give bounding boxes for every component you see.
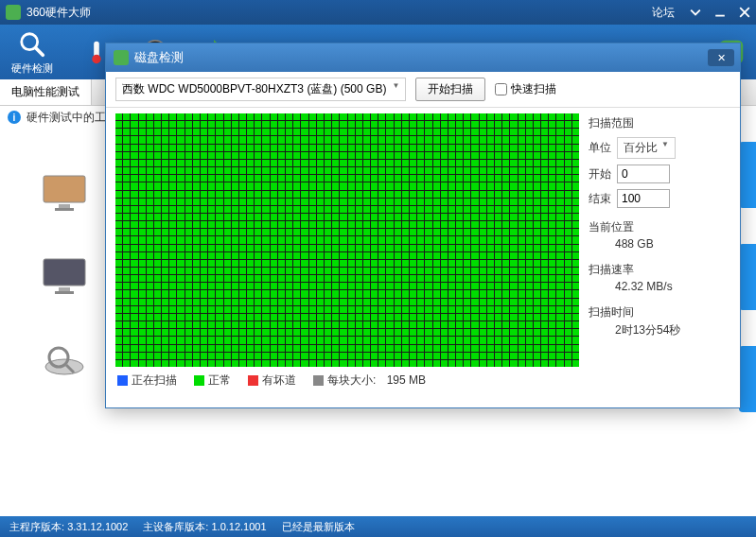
svg-rect-20 — [44, 176, 85, 202]
end-label: 结束 — [589, 191, 611, 207]
start-scan-button[interactable]: 开始扫描 — [415, 78, 485, 101]
dropdown-icon[interactable] — [684, 3, 707, 22]
scan-range-label: 扫描范围 — [589, 115, 730, 131]
main-ver-value: 3.31.12.1002 — [67, 521, 128, 532]
svg-rect-23 — [44, 259, 85, 286]
app-title: 360硬件大师 — [26, 5, 91, 21]
svg-rect-25 — [55, 291, 74, 294]
blocksize-color-icon — [313, 375, 324, 386]
normal-color-icon — [194, 375, 204, 386]
notice-text: 硬件测试中的工 — [26, 110, 106, 126]
dialog-close-button[interactable]: ✕ — [708, 49, 734, 66]
legend-blocksize-value: 195 MB — [387, 373, 426, 387]
display-icon[interactable] — [38, 170, 91, 216]
magnifier-icon — [17, 29, 47, 60]
side-tab-2[interactable] — [739, 244, 756, 310]
svg-rect-22 — [55, 208, 74, 211]
quick-scan-checkbox[interactable]: 快速扫描 — [495, 81, 556, 97]
speed-value: 42.32 MB/s — [589, 280, 730, 293]
disk-scan-icon[interactable] — [38, 337, 91, 382]
forum-link[interactable]: 论坛 — [644, 5, 682, 21]
bad-color-icon — [248, 375, 258, 386]
latest-version-text: 已经是最新版本 — [282, 520, 355, 534]
time-label: 扫描时间 — [589, 304, 730, 320]
close-button[interactable] — [733, 3, 756, 22]
statusbar: 主程序版本: 3.31.12.1002 主设备库版本: 1.0.12.1001 … — [0, 516, 756, 537]
svg-line-2 — [36, 47, 44, 55]
svg-rect-21 — [59, 204, 70, 208]
unit-label: 单位 — [589, 140, 611, 156]
side-tab-1[interactable] — [739, 142, 756, 208]
quick-scan-input[interactable] — [495, 83, 507, 95]
legend-scanning: 正在扫描 — [132, 372, 177, 389]
scan-grid — [115, 113, 579, 367]
perf-test-tab[interactable]: 电脑性能测试 — [0, 79, 92, 105]
db-ver-label: 主设备库版本: — [143, 521, 208, 532]
legend-blocksize-label: 每块大小: — [327, 372, 376, 389]
dialog-title: 磁盘检测 — [134, 49, 184, 66]
legend-bad: 有坏道 — [262, 372, 296, 389]
speed-label: 扫描速率 — [589, 262, 730, 278]
end-input[interactable] — [617, 189, 670, 208]
disk-scan-dialog: 磁盘检测 ✕ 西数 WDC WD5000BPVT-80HXZT3 (蓝盘) (5… — [105, 43, 741, 408]
svg-rect-24 — [59, 287, 70, 291]
db-ver-value: 1.0.12.1001 — [211, 521, 266, 532]
unit-select[interactable]: 百分比 — [617, 137, 676, 159]
scanning-color-icon — [117, 375, 128, 386]
hw-detect-label: 硬件检测 — [11, 61, 53, 76]
hw-detect-button[interactable]: 硬件检测 — [11, 29, 53, 76]
main-ver-label: 主程序版本: — [9, 521, 64, 532]
pos-label: 当前位置 — [589, 219, 730, 235]
info-panel: 扫描范围 单位 百分比 开始 结束 当前位置 488 GB 扫描速率 42.32… — [589, 113, 730, 367]
quick-scan-label: 快速扫描 — [511, 81, 556, 97]
pos-value: 488 GB — [589, 237, 730, 251]
start-label: 开始 — [589, 166, 611, 182]
minimize-button[interactable] — [709, 3, 731, 22]
time-value: 2时13分54秒 — [589, 322, 730, 338]
start-input[interactable] — [617, 165, 670, 183]
legend-normal: 正常 — [208, 372, 231, 389]
disk-select[interactable]: 西数 WDC WD5000BPVT-80HXZT3 (蓝盘) (500 GB) — [115, 78, 406, 101]
dialog-titlebar[interactable]: 磁盘检测 ✕ — [106, 43, 740, 72]
computer-icon[interactable] — [38, 253, 91, 299]
info-icon: i — [8, 111, 21, 124]
app-logo-icon — [6, 5, 21, 20]
dialog-toolbar: 西数 WDC WD5000BPVT-80HXZT3 (蓝盘) (500 GB) … — [106, 72, 740, 108]
sidebar — [38, 170, 91, 382]
side-tab-3[interactable] — [739, 346, 756, 412]
dialog-icon — [114, 50, 129, 65]
side-tabs — [739, 142, 756, 412]
titlebar: 360硬件大师 论坛 — [0, 0, 756, 25]
legend: 正在扫描 正常 有坏道 每块大小: 195 MB — [106, 367, 740, 393]
svg-point-4 — [92, 55, 100, 63]
